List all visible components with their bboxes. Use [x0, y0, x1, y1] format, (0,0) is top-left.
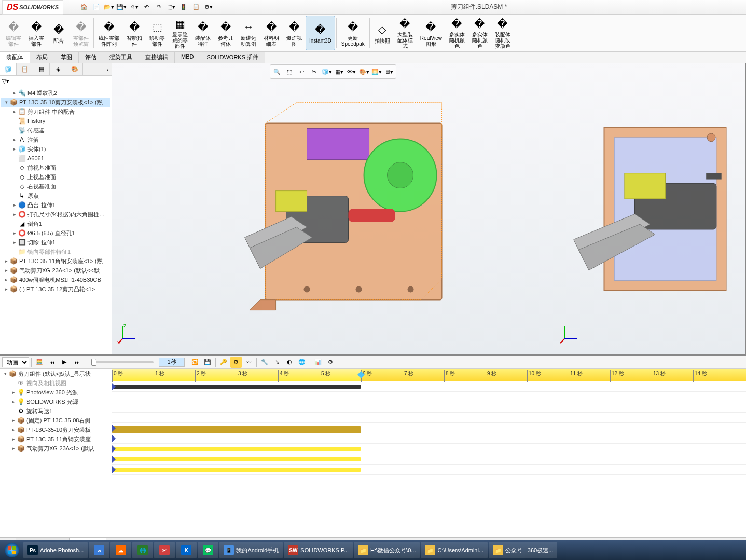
ribbon-fastener[interactable]: �智能扣 件: [123, 16, 146, 50]
tree-item[interactable]: ↳原点: [1, 191, 110, 200]
prev-view-icon[interactable]: ↩: [296, 66, 308, 77]
timeline-track[interactable]: [112, 402, 746, 413]
calc-icon[interactable]: 🧮: [34, 357, 45, 368]
save-anim-icon[interactable]: 💾: [202, 357, 213, 368]
force-icon[interactable]: ↘: [271, 357, 283, 368]
ribbon-speedpak[interactable]: �更新 Speedpak: [338, 16, 368, 50]
taskbar-item[interactable]: PsAdobe Photosh...: [23, 542, 88, 558]
taskbar-item[interactable]: 📁H:\微信公众号\0...: [354, 542, 420, 558]
tab-0[interactable]: 装配体: [0, 52, 30, 63]
play-icon[interactable]: ▶: [59, 357, 70, 368]
tab-3[interactable]: 评估: [79, 52, 103, 63]
new-icon[interactable]: 📄: [91, 2, 102, 12]
options-icon[interactable]: 📋: [191, 2, 201, 12]
taskbar-item[interactable]: SWSOLIDWORKS P...: [284, 542, 353, 558]
tree-item[interactable]: ▸🔩M4 螺纹孔2: [1, 88, 110, 98]
tab-4[interactable]: 渲染工具: [103, 52, 139, 63]
tab-7[interactable]: SOLIDWORKS 插件: [200, 52, 265, 63]
tree-item[interactable]: ▸📦400w伺服电机MS1H1-40B30CB: [1, 275, 110, 284]
timeline-track[interactable]: [112, 392, 746, 402]
motion-tree-item[interactable]: ▸📦PT-13C-35-10剪刀安装板: [0, 425, 112, 434]
view-orient-icon[interactable]: 🧊▾: [321, 66, 333, 77]
play-start-icon[interactable]: ⏮: [46, 357, 58, 368]
start-button[interactable]: [1, 541, 23, 559]
motion-tree-item[interactable]: ▾📦剪刀组件 (默认<默认_显示状: [0, 369, 112, 378]
tree-item[interactable]: ▸📋剪刀组件 中的配合: [1, 107, 110, 116]
tree-item[interactable]: ▸A注解: [1, 135, 110, 144]
ribbon-linear-pattern[interactable]: �线性零部 件阵列: [95, 16, 123, 50]
viewport-left[interactable]: 🔍 ⬚ ↩ ✂ 🧊▾ ▦▾ 👁▾ 🎨▾ 🌅▾ 🖥▾: [112, 63, 554, 354]
display-style-icon[interactable]: ▦▾: [334, 66, 345, 77]
ribbon-explode[interactable]: �爆炸视 图: [283, 16, 306, 50]
tree-item[interactable]: ⬜A6061: [1, 154, 110, 163]
taskbar-item[interactable]: 📱我的Android手机: [219, 542, 283, 558]
timeline-track[interactable]: [112, 413, 746, 423]
wrench-icon[interactable]: 🔧: [259, 357, 270, 368]
tab-6[interactable]: MBD: [175, 52, 200, 63]
tree-item[interactable]: ▸🔵凸台-拉伸1: [1, 200, 110, 210]
tree-item[interactable]: 📁镜向零部件特征1: [1, 247, 110, 256]
tree-item[interactable]: ◇前视基准面: [1, 163, 110, 172]
ribbon-motion[interactable]: ↔新建运 动算例: [237, 16, 260, 50]
rebuild-icon[interactable]: 🚦: [178, 2, 189, 12]
tab-5[interactable]: 直接编辑: [139, 52, 175, 63]
select-icon[interactable]: ⬚▾: [166, 2, 176, 12]
ribbon-asm-feature[interactable]: �装配体 特征: [191, 16, 214, 50]
tree-item[interactable]: ▸⭕打孔尺寸(%根据)内六角圆柱…: [1, 210, 110, 219]
tree-item[interactable]: ▸🧊实体(1): [1, 144, 110, 154]
timeline-track[interactable]: [112, 444, 746, 454]
results-icon[interactable]: 📊: [312, 357, 324, 368]
gravity-icon[interactable]: 🌐: [296, 357, 308, 368]
redo-icon[interactable]: ↷: [154, 2, 164, 12]
save-icon[interactable]: 💾▾: [116, 2, 127, 12]
tree-item[interactable]: ▸⭕Ø6.5 (6.5) 直径孔1: [1, 228, 110, 238]
settings-icon[interactable]: ⚙▾: [203, 2, 214, 12]
home-icon[interactable]: 🏠: [79, 2, 89, 12]
taskbar-item[interactable]: ∞: [89, 542, 109, 558]
ribbon-color1[interactable]: �多实体 随机颜 色: [446, 16, 468, 50]
timeline-track[interactable]: [112, 423, 746, 433]
tree-item[interactable]: ▸🔲切除-拉伸1: [1, 238, 110, 247]
appearance-tab-icon[interactable]: 🎨: [66, 63, 83, 75]
panel-collapse-icon[interactable]: ›: [83, 63, 112, 75]
ribbon-move[interactable]: ⬚移动零 部件: [146, 16, 169, 50]
loop-icon[interactable]: 🔁: [189, 357, 201, 368]
tab-2[interactable]: 草图: [54, 52, 79, 63]
motion-tree-item[interactable]: ▸💡SOLIDWORKS 光源: [0, 397, 112, 406]
motion-tree-item[interactable]: ▸📦(固定) PT-13C-35-08右侧: [0, 416, 112, 425]
ribbon-show-hide[interactable]: ▦显示隐 藏的零 部件: [169, 16, 191, 50]
property-tab-icon[interactable]: 📋: [17, 63, 33, 75]
ribbon-camera[interactable]: ◇拍快照: [371, 16, 394, 50]
graphics-area[interactable]: 🔍 ⬚ ↩ ✂ 🧊▾ ▦▾ 👁▾ 🎨▾ 🌅▾ 🖥▾: [112, 63, 746, 354]
taskbar-item[interactable]: ☁: [110, 542, 131, 558]
zoom-fit-icon[interactable]: 🔍: [271, 66, 283, 77]
dim-tab-icon[interactable]: ◈: [50, 63, 66, 75]
viewport-right[interactable]: [554, 63, 746, 354]
motor-icon[interactable]: ⚙: [230, 357, 242, 368]
tree-item[interactable]: ◢倒角1: [1, 219, 110, 228]
feature-tree-tab-icon[interactable]: 🧊: [0, 63, 17, 75]
ribbon-cube-edit[interactable]: �编辑零 部件: [2, 16, 25, 50]
ribbon-preview[interactable]: �零部件 预览窗: [70, 16, 92, 50]
ribbon-instant3d[interactable]: �Instant3D: [306, 16, 335, 50]
tree-filter[interactable]: ▽▾: [0, 76, 112, 87]
scene-icon[interactable]: 🌅▾: [371, 66, 382, 77]
view-triad-left[interactable]: xz: [117, 323, 138, 344]
appearance-icon[interactable]: 🎨▾: [358, 66, 370, 77]
timeline-track[interactable]: [112, 433, 746, 444]
ribbon-large-asm[interactable]: �大型装 配体模 式: [394, 16, 417, 50]
taskbar-item[interactable]: 💬: [198, 542, 218, 558]
view-triad-right[interactable]: [559, 323, 580, 344]
keyframe[interactable]: [112, 435, 116, 442]
playback-slider[interactable]: [91, 361, 154, 363]
ribbon-mate[interactable]: �配合: [48, 16, 70, 50]
undo-icon[interactable]: ↶: [141, 2, 151, 12]
taskbar-item[interactable]: 📁公众号 - 360极速...: [489, 542, 557, 558]
key-prop-icon[interactable]: 🔑: [218, 357, 229, 368]
ribbon-realview[interactable]: �RealView 图形: [417, 16, 446, 50]
timeline-track[interactable]: [112, 465, 746, 475]
timeline-ruler[interactable]: 0 秒1 秒2 秒3 秒4 秒5 秒6 秒7 秒8 秒9 秒10 秒11 秒12…: [112, 369, 746, 381]
timeline-track[interactable]: [112, 454, 746, 465]
motion-tree-item[interactable]: 👁视向及相机视图: [0, 378, 112, 388]
tree-item[interactable]: ▾📦PT-13C-35-10剪刀安装板<1> (黙: [1, 98, 110, 107]
